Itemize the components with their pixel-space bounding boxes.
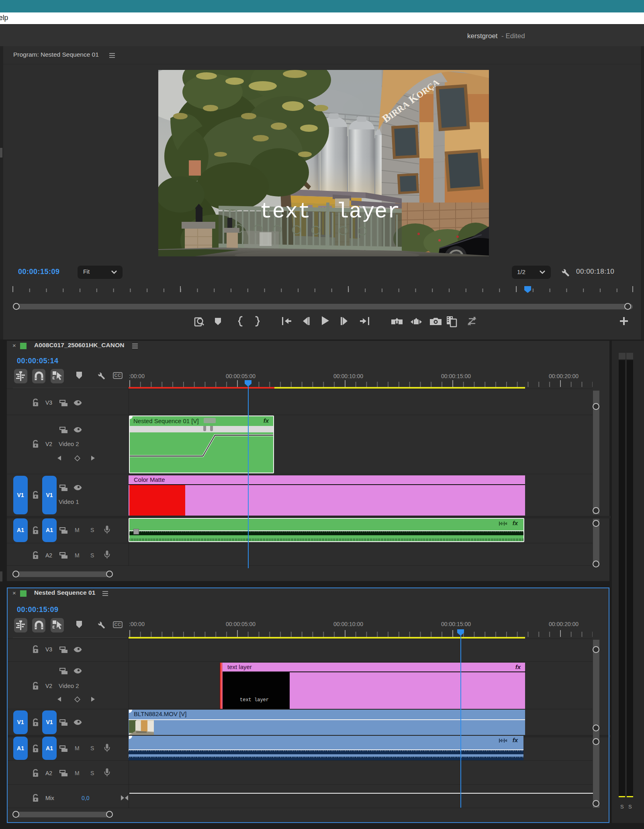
svg-text:text layer: text layer: [260, 200, 400, 224]
